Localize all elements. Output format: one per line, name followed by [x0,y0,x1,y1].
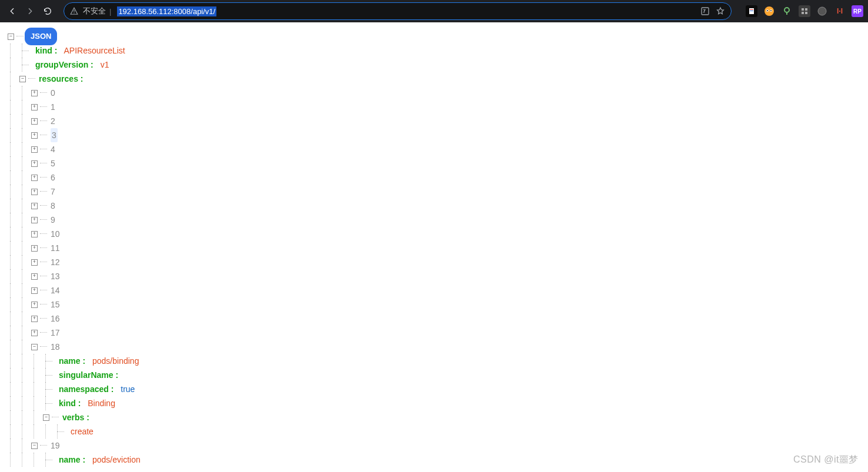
extension-icon[interactable]: RP [852,5,863,17]
extension-icon[interactable]: I·I [834,5,846,17]
json-index: 7 [51,185,55,199]
browser-toolbar: 不安全 | 192.168.56.112:8008/api/v1/ I·I RP [0,0,868,22]
expand-toggle[interactable]: + [31,302,38,308]
insecure-icon [70,7,78,15]
tree-row-index-17[interactable]: +17 [8,326,868,340]
tree-row-index-1[interactable]: +1 [8,100,868,114]
expand-toggle[interactable]: + [31,90,38,96]
extensions-bar: I·I RP [740,5,863,17]
expand-toggle[interactable]: + [31,231,38,237]
reload-button[interactable] [40,4,55,19]
tree-row-index-13[interactable]: +13 [8,269,868,283]
tree-row-verbs[interactable]: − verbs : [8,410,868,424]
expand-toggle[interactable]: + [31,175,38,181]
tree-row-index-5[interactable]: +5 [8,156,868,170]
arrow-right-icon [25,6,35,16]
bookmark-star-icon[interactable] [716,6,725,16]
json-index: 14 [51,283,60,297]
tree-row[interactable]: singularName : [8,368,868,382]
tree-row-index-15[interactable]: +15 [8,297,868,312]
json-index: 3 [51,128,58,142]
tree-row-index-2[interactable]: +2 [8,114,868,128]
forward-button[interactable] [22,4,38,19]
insecure-label: 不安全 [83,6,106,16]
expand-toggle[interactable]: + [31,104,38,111]
tree-row-index-16[interactable]: +16 [8,312,868,326]
json-value: pods/binding [92,356,139,366]
expand-toggle[interactable]: + [31,217,38,223]
svg-rect-0 [702,8,709,15]
json-key: name : [59,356,85,366]
expand-toggle[interactable]: + [31,245,38,252]
extension-icon[interactable] [799,5,810,17]
tree-row[interactable]: kind : Binding [8,396,868,410]
tree-row-index-19[interactable]: − 19 [8,438,868,453]
tree-row-index-7[interactable]: +7 [8,185,868,199]
tree-row-index-10[interactable]: +10 [8,227,868,241]
expand-toggle[interactable]: + [31,316,38,322]
tree-row-index-12[interactable]: +12 [8,255,868,269]
json-index: 13 [51,269,60,283]
svg-rect-10 [802,8,804,11]
extension-icon[interactable] [746,5,757,17]
tree-row-index-9[interactable]: +9 [8,213,868,227]
tree-row-index-0[interactable]: +0 [8,86,868,100]
tree-row-index-3[interactable]: +3 [8,128,868,142]
translate-icon[interactable] [700,6,710,16]
json-index: 12 [51,255,60,269]
reload-icon [43,6,52,16]
json-value: v1 [101,60,109,69]
collapse-toggle[interactable]: − [43,414,49,421]
tree-row-index-11[interactable]: +11 [8,241,868,255]
tree-row-index-14[interactable]: +14 [8,283,868,297]
tree-row[interactable]: namespaced : true [8,382,868,396]
expand-toggle[interactable]: + [31,273,38,280]
expand-toggle[interactable]: + [31,287,38,294]
expand-toggle[interactable]: + [31,160,38,167]
tree-row-index-8[interactable]: +8 [8,199,868,213]
expand-toggle[interactable]: + [31,189,38,195]
expand-toggle[interactable]: + [31,146,38,153]
expand-toggle[interactable]: + [31,330,38,336]
expand-toggle[interactable]: + [31,259,38,266]
json-key: kind : [59,399,81,408]
json-index: 10 [51,227,60,241]
collapse-toggle[interactable]: − [19,76,26,82]
tree-row-index-6[interactable]: +6 [8,170,868,185]
collapse-toggle[interactable]: − [8,34,14,40]
json-value: pods/eviction [92,455,141,464]
tree-row[interactable]: name : pods/binding [8,354,868,368]
page-content: − JSON kind : APIResourceList groupVersi… [0,22,868,472]
json-index: 16 [51,312,60,326]
svg-rect-11 [805,8,807,11]
json-value: APIResourceList [64,46,125,55]
extension-icon[interactable] [781,5,793,17]
collapse-toggle[interactable]: − [31,344,38,350]
tree-row-resources[interactable]: − resources : [8,72,868,86]
svg-rect-2 [750,9,753,10]
tree-row[interactable]: name : pods/eviction [8,453,868,467]
json-value: Binding [88,399,115,408]
json-index: 8 [51,199,55,213]
expand-toggle[interactable]: + [31,132,38,139]
tree-row-index-4[interactable]: +4 [8,142,868,156]
address-bar[interactable]: 不安全 | 192.168.56.112:8008/api/v1/ [64,2,732,20]
json-index: 11 [51,241,60,255]
tree-row[interactable]: create [8,424,868,438]
json-index: 15 [51,297,60,312]
expand-toggle[interactable]: + [31,203,38,209]
json-key: kind : [35,46,57,55]
tree-row-index-18[interactable]: − 18 [8,340,868,354]
back-button[interactable] [5,4,20,19]
extension-icon[interactable] [816,5,828,17]
tree-row-kind[interactable]: kind : APIResourceList [8,43,868,58]
json-tree: − JSON kind : APIResourceList groupVersi… [0,22,868,467]
svg-rect-13 [805,12,807,14]
json-key: namespaced : [59,384,113,394]
collapse-toggle[interactable]: − [31,443,38,449]
extension-icon[interactable] [763,5,775,17]
json-index: 5 [51,156,55,170]
tree-row-groupversion[interactable]: groupVersion : v1 [8,58,868,72]
expand-toggle[interactable]: + [31,118,38,125]
json-key: resources : [39,74,83,83]
